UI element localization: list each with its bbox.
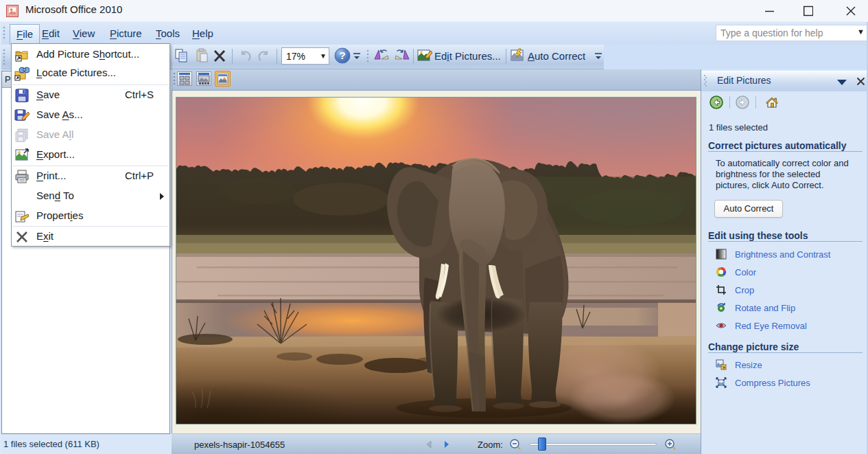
svg-text:?: ? <box>339 49 345 61</box>
